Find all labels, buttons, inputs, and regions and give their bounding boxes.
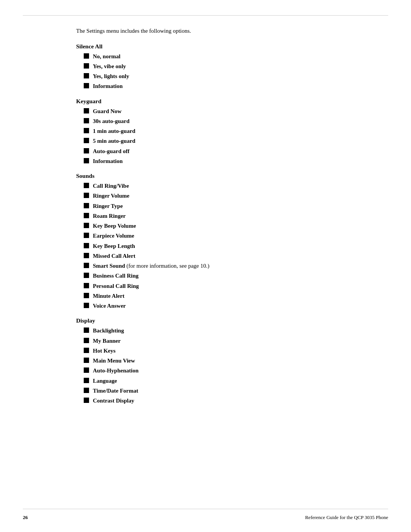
footer-title: Reference Guide for the QCP 3035 Phone [305, 514, 388, 521]
list-item-call-ring-vibe: Call Ring/Vibe [84, 182, 335, 190]
list-item-guard-now: Guard Now [84, 107, 335, 116]
heading-sounds: Sounds [76, 173, 335, 179]
list-item-information-1: Information [84, 82, 335, 91]
item-text-auto-hyphenation: Auto-Hyphenation [93, 366, 139, 375]
item-suffix-smart-sound: (for more information, see page 10.) [125, 263, 210, 269]
item-text-business-call-ring: Business Call Ring [93, 272, 139, 280]
list-silence-all: No, normalYes, vibe onlyYes, lights only… [76, 52, 335, 91]
bullet-square-icon [84, 183, 89, 188]
item-text-yes-vibe-only: Yes, vibe only [93, 62, 126, 71]
item-text-my-banner: My Banner [93, 337, 121, 345]
list-item-language: Language [84, 377, 335, 385]
list-item-5-min-auto-guard: 5 min auto-guard [84, 137, 335, 145]
bullet-square-icon [84, 83, 89, 88]
item-text-personal-call-ring: Personal Call Ring [93, 282, 139, 291]
item-text-no-normal: No, normal [93, 52, 121, 61]
bullet-square-icon [84, 263, 89, 268]
list-item-minute-alert: Minute Alert [84, 292, 335, 300]
heading-keyguard: Keyguard [76, 98, 335, 105]
list-item-earpiece-volume: Earpiece Volume [84, 232, 335, 240]
list-item-ringer-type: Ringer Type [84, 202, 335, 211]
list-display: BacklightingMy BannerHot KeysMain Menu V… [76, 326, 335, 405]
bullet-square-icon [84, 53, 89, 59]
list-item-contrast-display: Contrast Display [84, 396, 335, 405]
item-text-5-min-auto-guard: 5 min auto-guard [93, 137, 135, 145]
heading-display: Display [76, 317, 335, 324]
bullet-square-icon [84, 273, 89, 278]
list-item-ringer-volume: Ringer Volume [84, 192, 335, 200]
list-item-auto-guard-off: Auto-guard off [84, 147, 335, 156]
list-item-auto-hyphenation: Auto-Hyphenation [84, 366, 335, 375]
item-text-30s-auto-guard: 30s auto-guard [93, 117, 129, 126]
item-text-roam-ringer: Roam Ringer [93, 212, 126, 220]
content-area: The Settings menu includes the following… [0, 0, 411, 445]
list-item-yes-vibe-only: Yes, vibe only [84, 62, 335, 71]
bullet-square-icon [84, 303, 89, 308]
bullet-square-icon [84, 378, 89, 383]
item-text-information-2: Information [93, 157, 123, 166]
footer-page-number: 26 [23, 514, 28, 521]
item-text-key-beep-length: Key Beep Length [93, 242, 135, 251]
list-sounds: Call Ring/VibeRinger VolumeRinger TypeRo… [76, 182, 335, 310]
bullet-square-icon [84, 233, 89, 238]
bullet-square-icon [84, 73, 89, 78]
item-text-hot-keys: Hot Keys [93, 347, 116, 355]
bullet-square-icon [84, 367, 89, 373]
bottom-rule [23, 509, 388, 509]
item-text-key-beep-volume: Key Beep Volume [93, 222, 136, 230]
bullet-square-icon [84, 128, 89, 133]
bullet-square-icon [84, 243, 89, 248]
list-item-30s-auto-guard: 30s auto-guard [84, 117, 335, 126]
bullet-square-icon [84, 388, 89, 393]
bullet-square-icon [84, 213, 89, 218]
item-text-1-min-auto-guard: 1 min auto-guard [93, 127, 135, 136]
page-container: The Settings menu includes the following… [0, 0, 411, 532]
item-text-backlighting: Backlighting [93, 326, 124, 335]
item-text-information-1: Information [93, 82, 123, 91]
item-text-call-ring-vibe: Call Ring/Vibe [93, 182, 129, 190]
item-text-earpiece-volume: Earpiece Volume [93, 232, 134, 240]
bullet-square-icon [84, 328, 89, 333]
list-item-hot-keys: Hot Keys [84, 347, 335, 355]
bullet-square-icon [84, 358, 89, 363]
list-keyguard: Guard Now30s auto-guard1 min auto-guard5… [76, 107, 335, 166]
bullet-square-icon [84, 283, 89, 288]
list-item-smart-sound: Smart Sound (for more information, see p… [84, 262, 335, 270]
item-text-time-date-format: Time/Date Format [93, 387, 138, 395]
item-text-missed-call-alert: Missed Call Alert [93, 252, 135, 260]
item-text-minute-alert: Minute Alert [93, 292, 124, 300]
footer-area: 26 Reference Guide for the QCP 3035 Phon… [0, 514, 411, 521]
intro-text: The Settings menu includes the following… [76, 27, 335, 35]
list-item-information-2: Information [84, 157, 335, 166]
sections-container: Silence AllNo, normalYes, vibe onlyYes, … [76, 43, 335, 406]
bullet-square-icon [84, 63, 89, 69]
bullet-square-icon [84, 348, 89, 353]
item-text-yes-lights-only: Yes, lights only [93, 72, 129, 81]
item-text-ringer-type: Ringer Type [93, 202, 123, 211]
list-item-missed-call-alert: Missed Call Alert [84, 252, 335, 260]
list-item-key-beep-volume: Key Beep Volume [84, 222, 335, 230]
bullet-square-icon [84, 338, 89, 343]
bullet-square-icon [84, 193, 89, 198]
list-item-backlighting: Backlighting [84, 326, 335, 335]
item-text-contrast-display: Contrast Display [93, 396, 134, 405]
list-item-voice-answer: Voice Answer [84, 302, 335, 310]
list-item-my-banner: My Banner [84, 337, 335, 345]
bullet-square-icon [84, 138, 89, 143]
list-item-main-menu-view: Main Menu View [84, 356, 335, 365]
bullet-square-icon [84, 223, 89, 228]
bullet-square-icon [84, 108, 89, 113]
list-item-personal-call-ring: Personal Call Ring [84, 282, 335, 291]
bullet-square-icon [84, 253, 89, 258]
bullet-square-icon [84, 293, 89, 298]
bullet-square-icon [84, 203, 89, 208]
list-item-no-normal: No, normal [84, 52, 335, 61]
list-item-yes-lights-only: Yes, lights only [84, 72, 335, 81]
list-item-time-date-format: Time/Date Format [84, 387, 335, 395]
item-text-smart-sound: Smart Sound (for more information, see p… [93, 262, 209, 270]
item-text-main-menu-view: Main Menu View [93, 356, 135, 365]
bullet-square-icon [84, 158, 89, 163]
bullet-square-icon [84, 148, 89, 153]
list-item-roam-ringer: Roam Ringer [84, 212, 335, 220]
bullet-square-icon [84, 398, 89, 403]
